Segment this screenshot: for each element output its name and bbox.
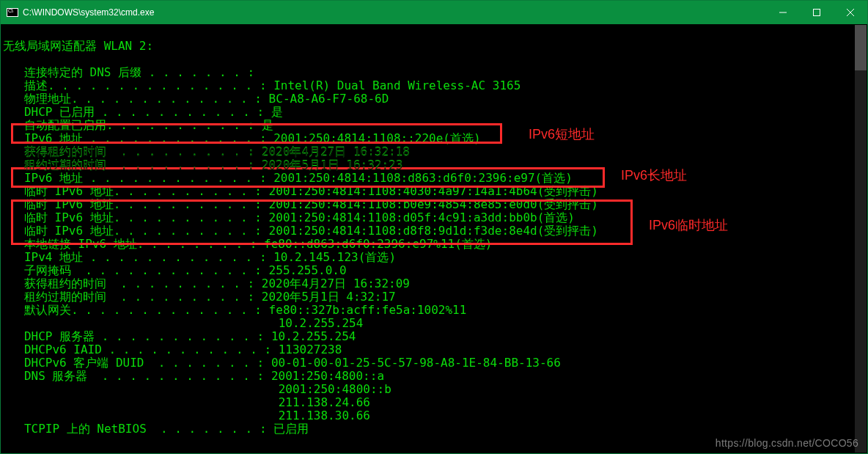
minimize-button[interactable] [766,1,800,24]
line-temp-ipv6-2: 临时 IPv6 地址. . . . . . . . . . : 2001:250… [3,210,575,224]
cmd-icon [7,8,18,17]
window-title: C:\WINDOWS\system32\cmd.exe [23,7,154,18]
line-link-local: 本地链接 IPv6 地址. . . . . . . . : fe80::d863… [3,237,492,251]
line-dns4: 211.138.30.66 [3,409,370,422]
line-ipv6-short: IPv6 地址 . . . . . . . . . . . . : 2001:2… [3,131,481,145]
line-autoconf: 自动配置已启用. . . . . . . . . . : 是 [3,118,273,132]
line-dhcp-enabled: DHCP 已启用 . . . . . . . . . . . : 是 [3,105,283,119]
ghost-line-2: 租约过期的时间 . . . . . . . . . : 2020年5月1日 16… [3,158,402,174]
line-description: 描述. . . . . . . . . . . . . . . : Intel(… [3,78,521,92]
line-dns-suffix: 连接特定的 DNS 后缀 . . . . . . . : [3,65,254,79]
maximize-button[interactable] [800,1,834,24]
cmd-window: C:\WINDOWS\system32\cmd.exe 无线局域网适配器 WLA… [0,0,868,454]
line-dns2: 2001:250:4800::b [3,382,391,396]
line-mac: 物理地址. . . . . . . . . . . . . : BC-A8-A6… [3,92,389,106]
svg-rect-1 [814,10,820,16]
line-temp-ipv6-1: 临时 IPv6 地址. . . . . . . . . . : 2001:250… [3,197,598,211]
line-temp-ipv6-0: 临时 IPv6 地址. . . . . . . . . . : 2001:250… [3,184,598,198]
scrollbar-thumb[interactable] [855,25,867,70]
scrollbar[interactable] [855,25,867,453]
line-subnet: 子网掩码 . . . . . . . . . . . . : 255.255.0… [3,263,347,277]
line-dhcpv6-iaid: DHCPv6 IAID . . . . . . . . . . . : 1130… [3,343,342,356]
terminal-output[interactable]: 无线局域网适配器 WLAN 2: 连接特定的 DNS 后缀 . . . . . … [1,25,867,453]
line-ipv4: IPv4 地址 . . . . . . . . . . . . : 10.2.1… [3,250,396,264]
line-netbios: TCPIP 上的 NetBIOS . . . . . . . : 已启用 [3,422,309,436]
line-lease-exp2: 租约过期的时间 . . . . . . . . . : 2020年5月1日 4:… [3,290,396,304]
line-gateway: 默认网关. . . . . . . . . . . . . : fe80::32… [3,303,466,317]
line-dns3: 211.138.24.66 [3,395,370,409]
adapter-header: 无线局域网适配器 WLAN 2: [3,39,153,53]
line-lease-obt2: 获得租约的时间 . . . . . . . . . : 2020年4月27日 1… [3,277,410,290]
title-bar[interactable]: C:\WINDOWS\system32\cmd.exe [1,1,867,24]
line-temp-ipv6-3: 临时 IPv6 地址. . . . . . . . . . : 2001:250… [3,224,598,238]
watermark: https://blog.csdn.net/COCO56 [716,437,858,449]
line-dhcp-server: DHCP 服务器 . . . . . . . . . . . : 10.2.25… [3,329,356,343]
line-gateway2: 10.2.255.254 [3,316,363,330]
window-buttons [766,1,867,24]
line-dns1: DNS 服务器 . . . . . . . . . . . : 2001:250… [3,369,384,383]
close-button[interactable] [834,1,867,24]
line-dhcpv6-duid: DHCPv6 客户端 DUID . . . . . . . : 00-01-00… [3,356,561,370]
